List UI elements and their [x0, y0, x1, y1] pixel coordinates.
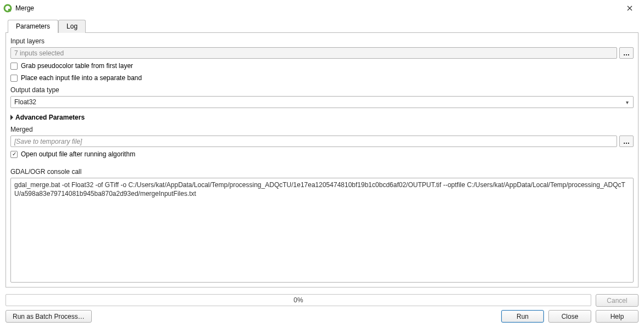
tab-parameters[interactable]: Parameters: [8, 20, 58, 33]
triangle-right-icon: [10, 115, 13, 120]
chevron-down-icon: ▾: [624, 99, 631, 105]
console-call-text[interactable]: gdal_merge.bat -ot Float32 -of GTiff -o …: [10, 178, 634, 283]
merged-output-browse-button[interactable]: …: [619, 136, 634, 147]
bottom-bar: 0% Cancel Run as Batch Process… Run Clos…: [0, 292, 644, 327]
console-call-label: GDAL/OGR console call: [10, 167, 634, 176]
tabstrip: Parameters Log: [8, 20, 639, 33]
progress-bar: 0%: [5, 294, 591, 306]
batch-process-button[interactable]: Run as Batch Process…: [5, 310, 92, 323]
advanced-parameters-toggle[interactable]: Advanced Parameters: [10, 110, 634, 122]
separate-band-label: Place each input file into a separate ba…: [21, 74, 142, 82]
merged-output-field[interactable]: [Save to temporary file]: [10, 136, 617, 147]
titlebar: Merge: [0, 0, 644, 16]
merged-label: Merged: [10, 125, 634, 133]
close-button[interactable]: Close: [548, 310, 591, 323]
open-output-checkbox[interactable]: ✓: [10, 151, 18, 158]
dialog-body: Parameters Log Input layers 7 inputs sel…: [0, 16, 644, 292]
qgis-icon: [3, 4, 12, 13]
grab-pseudocolor-checkbox[interactable]: [10, 63, 18, 70]
window-close-button[interactable]: [619, 1, 641, 16]
cancel-button: Cancel: [596, 294, 639, 307]
output-type-value: Float32: [14, 98, 36, 106]
advanced-parameters-label: Advanced Parameters: [15, 114, 85, 121]
help-button[interactable]: Help: [596, 310, 639, 323]
svg-rect-1: [8, 9, 11, 12]
window-title: Merge: [15, 4, 34, 12]
merge-dialog: Merge Parameters Log Input layers 7 inpu…: [0, 0, 644, 327]
input-layers-label: Input layers: [10, 36, 634, 45]
output-type-combobox[interactable]: Float32 ▾: [10, 96, 634, 108]
output-type-label: Output data type: [10, 85, 634, 94]
input-layers-field[interactable]: 7 inputs selected: [10, 47, 617, 59]
grab-pseudocolor-label: Grab pseudocolor table from first layer: [21, 62, 133, 70]
input-layers-browse-button[interactable]: …: [619, 47, 634, 59]
parameters-panel: Input layers 7 inputs selected … Grab ps…: [5, 32, 639, 287]
tab-log[interactable]: Log: [58, 20, 86, 33]
separate-band-checkbox[interactable]: [10, 75, 18, 82]
open-output-label: Open output file after running algorithm: [21, 150, 135, 158]
run-button[interactable]: Run: [501, 310, 544, 323]
